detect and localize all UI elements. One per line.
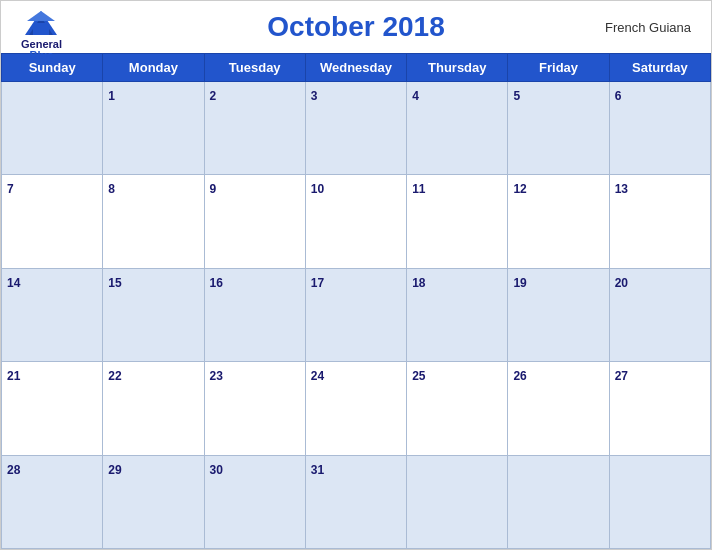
calendar-day-cell: 2 xyxy=(204,82,305,175)
calendar-day-cell xyxy=(609,455,710,548)
calendar-day-cell: 19 xyxy=(508,268,609,361)
day-number: 9 xyxy=(210,182,217,196)
calendar-day-cell: 22 xyxy=(103,362,204,455)
calendar-day-cell: 1 xyxy=(103,82,204,175)
day-number: 22 xyxy=(108,369,121,383)
calendar-day-cell: 31 xyxy=(305,455,406,548)
day-number: 19 xyxy=(513,276,526,290)
day-number: 11 xyxy=(412,182,425,196)
day-number: 12 xyxy=(513,182,526,196)
calendar-day-cell: 27 xyxy=(609,362,710,455)
calendar-day-cell: 28 xyxy=(2,455,103,548)
calendar-day-cell: 17 xyxy=(305,268,406,361)
header-tuesday: Tuesday xyxy=(204,54,305,82)
header-wednesday: Wednesday xyxy=(305,54,406,82)
day-number: 8 xyxy=(108,182,115,196)
day-number: 20 xyxy=(615,276,628,290)
calendar-week-row: 28293031 xyxy=(2,455,711,548)
logo: General Blue xyxy=(21,9,62,61)
calendar-day-cell: 9 xyxy=(204,175,305,268)
calendar-day-cell: 30 xyxy=(204,455,305,548)
calendar-container: General Blue October 2018 French Guiana … xyxy=(0,0,712,550)
day-number: 13 xyxy=(615,182,628,196)
day-number: 14 xyxy=(7,276,20,290)
day-number: 26 xyxy=(513,369,526,383)
calendar-day-cell: 18 xyxy=(407,268,508,361)
header-friday: Friday xyxy=(508,54,609,82)
calendar-day-cell: 5 xyxy=(508,82,609,175)
svg-rect-2 xyxy=(33,23,49,35)
day-number: 23 xyxy=(210,369,223,383)
day-number: 10 xyxy=(311,182,324,196)
calendar-title: October 2018 xyxy=(267,11,444,43)
calendar-day-cell: 26 xyxy=(508,362,609,455)
calendar-table: Sunday Monday Tuesday Wednesday Thursday… xyxy=(1,53,711,549)
logo-icon xyxy=(23,9,59,37)
calendar-day-cell: 3 xyxy=(305,82,406,175)
day-number: 25 xyxy=(412,369,425,383)
calendar-day-cell: 15 xyxy=(103,268,204,361)
calendar-day-cell: 13 xyxy=(609,175,710,268)
calendar-day-cell: 12 xyxy=(508,175,609,268)
day-number: 17 xyxy=(311,276,324,290)
weekday-header-row: Sunday Monday Tuesday Wednesday Thursday… xyxy=(2,54,711,82)
calendar-day-cell: 7 xyxy=(2,175,103,268)
header-saturday: Saturday xyxy=(609,54,710,82)
day-number: 21 xyxy=(7,369,20,383)
day-number: 4 xyxy=(412,89,419,103)
calendar-day-cell: 11 xyxy=(407,175,508,268)
day-number: 30 xyxy=(210,463,223,477)
calendar-day-cell: 16 xyxy=(204,268,305,361)
day-number: 3 xyxy=(311,89,318,103)
calendar-day-cell: 8 xyxy=(103,175,204,268)
calendar-day-cell xyxy=(508,455,609,548)
calendar-day-cell xyxy=(2,82,103,175)
calendar-day-cell xyxy=(407,455,508,548)
calendar-day-cell: 29 xyxy=(103,455,204,548)
day-number: 16 xyxy=(210,276,223,290)
day-number: 24 xyxy=(311,369,324,383)
calendar-day-cell: 14 xyxy=(2,268,103,361)
day-number: 15 xyxy=(108,276,121,290)
calendar-week-row: 78910111213 xyxy=(2,175,711,268)
calendar-day-cell: 20 xyxy=(609,268,710,361)
calendar-day-cell: 24 xyxy=(305,362,406,455)
calendar-day-cell: 21 xyxy=(2,362,103,455)
day-number: 1 xyxy=(108,89,115,103)
calendar-day-cell: 10 xyxy=(305,175,406,268)
header-monday: Monday xyxy=(103,54,204,82)
day-number: 7 xyxy=(7,182,14,196)
day-number: 6 xyxy=(615,89,622,103)
day-number: 29 xyxy=(108,463,121,477)
calendar-header: General Blue October 2018 French Guiana xyxy=(1,1,711,53)
logo-blue-text: Blue xyxy=(30,50,54,61)
calendar-week-row: 14151617181920 xyxy=(2,268,711,361)
svg-marker-3 xyxy=(27,11,55,21)
day-number: 31 xyxy=(311,463,324,477)
calendar-day-cell: 6 xyxy=(609,82,710,175)
day-number: 18 xyxy=(412,276,425,290)
calendar-day-cell: 4 xyxy=(407,82,508,175)
calendar-day-cell: 23 xyxy=(204,362,305,455)
calendar-week-row: 21222324252627 xyxy=(2,362,711,455)
calendar-day-cell: 25 xyxy=(407,362,508,455)
calendar-week-row: 123456 xyxy=(2,82,711,175)
day-number: 2 xyxy=(210,89,217,103)
day-number: 27 xyxy=(615,369,628,383)
header-thursday: Thursday xyxy=(407,54,508,82)
day-number: 28 xyxy=(7,463,20,477)
region-label: French Guiana xyxy=(605,20,691,35)
day-number: 5 xyxy=(513,89,520,103)
